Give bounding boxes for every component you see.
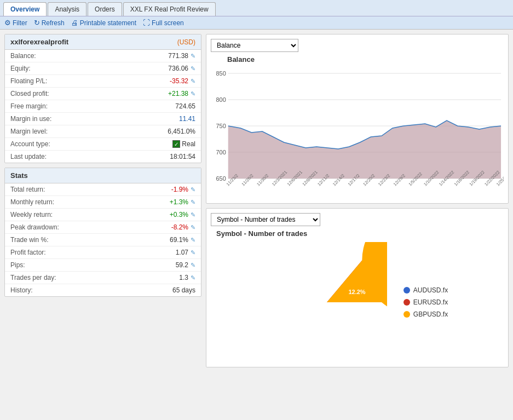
svg-text:700: 700 [216, 149, 226, 156]
floating-edit-icon[interactable]: ✎ [191, 78, 195, 85]
main-layout: xxlforexrealprofit (USD) Balance: 771.38… [0, 30, 513, 372]
tab-orders[interactable]: Orders [88, 2, 122, 16]
account-currency: (USD) [177, 38, 195, 46]
svg-text:750: 750 [216, 123, 226, 129]
filter-button[interactable]: ⚙ Filter [4, 19, 27, 27]
peakdrawdown-value: -8.2% ✎ [171, 223, 195, 231]
totalreturn-edit-icon[interactable]: ✎ [191, 186, 195, 193]
totalreturn-row: Total return: -1.9% ✎ [5, 183, 201, 196]
right-column: Balance Balance 850 800 750 700 650 [206, 34, 509, 367]
monthlyreturn-value: +1.3% ✎ [170, 198, 195, 206]
closed-edit-icon[interactable]: ✎ [191, 90, 195, 97]
lastupdate-label: Last update: [10, 153, 47, 160]
weeklyreturn-label: Weekly return: [10, 211, 53, 218]
filter-icon: ⚙ [4, 19, 11, 27]
fullscreen-label: Full screen [152, 19, 184, 27]
pie-chart-content: 12.2% 14.6% 73.2% AUDUSD.fx EURUSD.fx [211, 242, 504, 363]
tradesperday-label: Trades per day: [10, 274, 56, 281]
refresh-icon: ↻ [34, 19, 40, 27]
legend-item-audusd: AUDUSD.fx [404, 286, 448, 294]
weeklyreturn-value: +0.3% ✎ [170, 211, 195, 218]
balance-chart-area: 850 800 750 700 650 [211, 66, 504, 199]
balance-value: 771.38 ✎ [168, 52, 195, 60]
balance-dropdown[interactable]: Balance [211, 39, 298, 52]
left-column: xxlforexrealprofit (USD) Balance: 771.38… [4, 34, 201, 367]
profitfactor-edit-icon[interactable]: ✎ [191, 249, 195, 256]
lastupdate-row: Last update: 18:01:54 [5, 151, 201, 163]
print-icon: 🖨 [71, 19, 78, 27]
marginlevel-value: 6,451.0% [168, 128, 195, 135]
tab-analysis[interactable]: Analysis [48, 2, 87, 16]
profitfactor-label: Profit factor: [10, 249, 46, 256]
refresh-button[interactable]: ↻ Refresh [34, 19, 65, 27]
legend-label-audusd: AUDUSD.fx [413, 286, 448, 294]
legend-label-gbpusd: GBPUSD.fx [413, 310, 448, 318]
legend-dot-gbpusd [404, 311, 410, 318]
history-label: History: [10, 286, 33, 294]
pips-value: 59.2 ✎ [176, 261, 195, 269]
freemargin-row: Free margin: 724.65 [5, 100, 201, 113]
margininuse-row: Margin in use: 11.41 [5, 113, 201, 125]
marginlevel-label: Margin level: [10, 128, 48, 135]
svg-marker-10 [228, 120, 501, 179]
lastupdate-value: 18:01:54 [170, 153, 195, 160]
svg-text:12.2%: 12.2% [348, 289, 365, 295]
tradesperday-row: Trades per day: 1.3 ✎ [5, 272, 201, 284]
legend-item-eurusd: EURUSD.fx [404, 298, 448, 306]
floating-label: Floating P/L: [10, 77, 47, 85]
legend-dot-eurusd [404, 299, 410, 306]
accounttype-label: Account type: [10, 140, 50, 148]
legend-item-gbpusd: GBPUSD.fx [404, 310, 448, 318]
peakdrawdown-row: Peak drawdown: -8.2% ✎ [5, 221, 201, 234]
account-panel: xxlforexrealprofit (USD) Balance: 771.38… [4, 34, 201, 163]
balance-label: Balance: [10, 52, 36, 60]
peakdrawdown-label: Peak drawdown: [10, 223, 59, 231]
fullscreen-button[interactable]: ⛶ Full screen [143, 19, 184, 27]
tradewin-value: 69.1% ✎ [170, 236, 195, 244]
freemargin-label: Free margin: [10, 102, 48, 110]
printable-button[interactable]: 🖨 Printable statement [71, 19, 136, 27]
tradewin-edit-icon[interactable]: ✎ [191, 237, 195, 244]
pie-dropdown[interactable]: Symbol - Number of trades [211, 213, 320, 226]
profitfactor-value: 1.07 ✎ [176, 249, 195, 256]
freemargin-value: 724.65 [175, 102, 195, 110]
closed-row: Closed profit: +21.38 ✎ [5, 88, 201, 100]
svg-text:14.6%: 14.6% [363, 310, 380, 317]
tab-xxl-review[interactable]: XXL FX Real Profit Review [123, 2, 216, 16]
monthlyreturn-edit-icon[interactable]: ✎ [191, 199, 195, 206]
toolbar: ⚙ Filter ↻ Refresh 🖨 Printable statement… [0, 16, 513, 30]
svg-text:800: 800 [216, 96, 226, 103]
equity-row: Equity: 736.06 ✎ [5, 62, 201, 75]
peakdrawdown-edit-icon[interactable]: ✎ [191, 224, 195, 231]
monthlyreturn-label: Monthly return: [10, 198, 54, 206]
margininuse-label: Margin in use: [10, 115, 51, 123]
equity-label: Equity: [10, 65, 31, 72]
totalreturn-value: -1.9% ✎ [171, 186, 195, 193]
stats-panel: Stats Total return: -1.9% ✎ Monthly retu… [4, 168, 201, 297]
marginlevel-row: Margin level: 6,451.0% [5, 125, 201, 138]
tradewin-label: Trade win %: [10, 236, 49, 244]
fullscreen-icon: ⛶ [143, 19, 150, 27]
weeklyreturn-edit-icon[interactable]: ✎ [191, 211, 195, 218]
pips-row: Pips: 59.2 ✎ [5, 259, 201, 272]
tradesperday-edit-icon[interactable]: ✎ [191, 274, 195, 281]
printable-label: Printable statement [80, 19, 136, 27]
tabs-bar: Overview Analysis Orders XXL FX Real Pro… [0, 0, 513, 16]
legend-dot-audusd [404, 287, 410, 294]
stats-header: Stats [5, 168, 201, 183]
tradesperday-value: 1.3 ✎ [179, 274, 195, 281]
refresh-label: Refresh [42, 19, 65, 27]
monthlyreturn-row: Monthly return: +1.3% ✎ [5, 196, 201, 209]
pips-edit-icon[interactable]: ✎ [191, 262, 195, 269]
equity-edit-icon[interactable]: ✎ [191, 65, 195, 72]
filter-label: Filter [13, 19, 27, 27]
legend-label-eurusd: EURUSD.fx [413, 298, 448, 306]
pie-select-row: Symbol - Number of trades [211, 213, 504, 226]
floating-value: -35.32 ✎ [170, 77, 195, 85]
balance-edit-icon[interactable]: ✎ [191, 53, 195, 60]
profitfactor-row: Profit factor: 1.07 ✎ [5, 246, 201, 259]
svg-text:73.2%: 73.2% [307, 321, 325, 329]
pie-svg: 12.2% 14.6% 73.2% [267, 242, 387, 363]
tab-overview[interactable]: Overview [3, 2, 47, 16]
history-row: History: 65 days [5, 284, 201, 296]
